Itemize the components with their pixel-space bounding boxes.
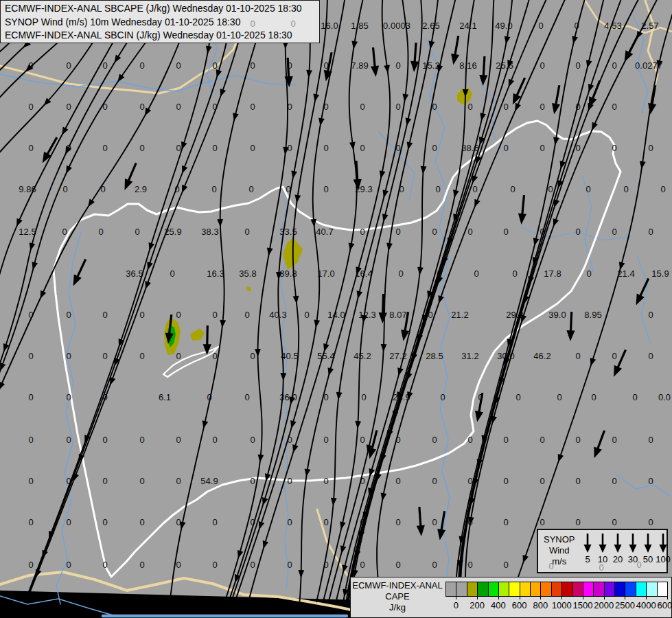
value-label: 0 — [28, 517, 33, 527]
value-label: 8.95 — [584, 310, 601, 320]
value-label: 0 — [176, 476, 181, 486]
value-label: 35.8 — [239, 268, 256, 279]
synop-wind-arrow-icon — [383, 294, 384, 314]
value-label: 0 — [586, 268, 591, 279]
synop-speed-label: 10 — [598, 554, 607, 564]
synop-speed-item: 100 — [656, 531, 670, 564]
value-label: 0 — [66, 310, 71, 320]
synop-speed-label: 30 — [628, 554, 638, 564]
value-label: 0 — [648, 227, 653, 237]
value-label: 0 — [211, 184, 216, 194]
down-arrow-icon — [581, 531, 594, 553]
cape-legend-line3: J/kg — [352, 602, 443, 613]
value-label: 0 — [250, 102, 255, 112]
value-label: 0 — [176, 435, 181, 445]
value-label: 0 — [432, 143, 437, 153]
value-label: 0 — [176, 310, 181, 320]
value-label: 0 — [648, 310, 653, 320]
value-label: 0 — [472, 184, 477, 194]
value-label: 0 — [575, 351, 580, 361]
value-label: 0 — [323, 517, 328, 527]
value-label: 15.9 — [651, 268, 669, 279]
value-label: 0 — [398, 268, 403, 279]
cape-color-cell — [583, 582, 594, 597]
value-label: 0 — [510, 184, 515, 194]
value-label: 0 — [102, 60, 107, 71]
cape-color-cell — [498, 582, 509, 597]
value-label: 0 — [66, 351, 71, 361]
value-label: 0 — [139, 102, 144, 112]
value-label: 54.9 — [200, 476, 218, 486]
value-label: 0 — [244, 310, 249, 320]
synop-legend-line2: Wind — [544, 545, 575, 556]
value-label: 8.16 — [459, 60, 476, 71]
cape-color-cell — [636, 582, 647, 597]
value-label: 0 — [612, 102, 616, 112]
value-label: 0 — [250, 560, 255, 570]
value-label: 12.5 — [19, 227, 36, 237]
cape-tick-label: 6000 — [652, 600, 672, 610]
value-label: 0 — [102, 143, 107, 153]
value-label: 12.3 — [358, 310, 375, 320]
value-label: 2.9 — [135, 184, 147, 194]
value-label: 0 — [360, 435, 364, 445]
synop-speed-label: 50 — [643, 554, 653, 564]
value-label: 0 — [512, 268, 517, 279]
value-label: 0 — [62, 227, 67, 237]
value-label: 0 — [538, 21, 543, 31]
value-label: 0 — [102, 435, 107, 445]
cape-color-cell — [445, 582, 456, 597]
synop-wind-arrow-icon — [415, 43, 416, 63]
down-arrow-icon — [596, 531, 609, 553]
value-label: 0 — [474, 268, 478, 279]
value-label: 31.2 — [461, 351, 478, 361]
value-label: 0 — [540, 517, 544, 527]
cape-legend-line2: CAPE — [352, 591, 443, 602]
title-line-wind: SYNOP Wind (m/s) 10m Wednesday 01-10-202… — [5, 16, 315, 30]
value-label: 0 — [467, 102, 472, 112]
value-label: 24.1 — [459, 21, 476, 31]
synop-wind-arrow-icon — [207, 325, 208, 346]
value-label: 0 — [28, 102, 33, 112]
value-label: 0 — [102, 351, 107, 361]
value-label: 0 — [575, 60, 580, 71]
synop-wind-arrow-icon — [356, 161, 358, 181]
cape-tick-mark — [646, 597, 647, 599]
cape-tick-mark — [604, 597, 605, 599]
synop-speed-item: 5 — [581, 531, 594, 564]
value-label: 0 — [66, 435, 71, 445]
cape-color-cell — [551, 582, 562, 597]
value-label: 0 — [250, 351, 255, 361]
value-label: 0 — [648, 435, 653, 445]
value-label: 7.89 — [351, 60, 368, 71]
value-label: 0 — [360, 102, 364, 112]
value-label: 0 — [361, 392, 366, 402]
value-label: 0 — [612, 517, 616, 527]
value-label: 0 — [323, 143, 328, 153]
value-label: 0 — [540, 476, 544, 486]
value-label: 0 — [176, 351, 181, 361]
cape-color-cell — [520, 582, 531, 597]
value-label: 1.85 — [351, 21, 368, 31]
cape-tick-mark — [667, 597, 668, 599]
value-label: 0 — [287, 560, 292, 570]
synop-speed-label: 5 — [585, 554, 590, 564]
value-label: 40.7 — [316, 227, 333, 237]
value-label: 0 — [323, 184, 328, 194]
synop-speed-label: 20 — [613, 554, 623, 564]
cape-color-cell — [456, 582, 467, 597]
value-label: 0 — [395, 102, 400, 112]
value-label: 0 — [212, 517, 217, 527]
value-label: 0 — [139, 351, 144, 361]
value-label: 16.3 — [207, 268, 224, 279]
cape-color-cell — [477, 582, 488, 597]
value-label: 0 — [287, 517, 292, 527]
value-label: 0 — [591, 392, 596, 402]
value-label: 0 — [360, 143, 364, 153]
synop-speed-item: 10 — [596, 531, 610, 564]
value-label: 0 — [170, 268, 174, 279]
value-label: 0 — [432, 560, 437, 570]
value-label: 0 — [62, 184, 67, 194]
value-label: 55.4 — [317, 351, 334, 361]
down-arrow-icon — [642, 531, 654, 553]
